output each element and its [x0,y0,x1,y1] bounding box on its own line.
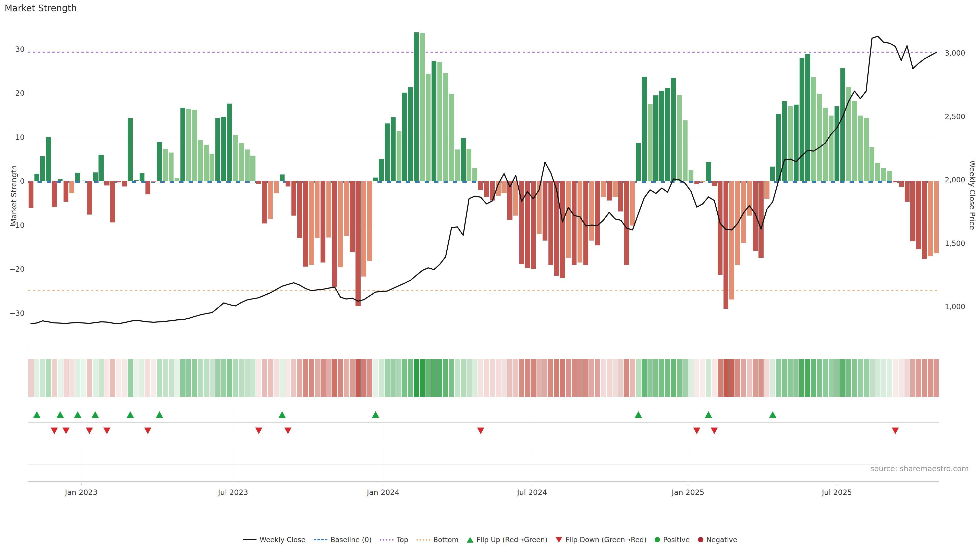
legend-item-weekly-close[interactable]: Weekly Close [243,536,305,544]
heatmap-cell [192,359,197,397]
heatmap-cell [280,359,285,397]
flip-down-marker [892,427,899,434]
heatmap-cell [531,359,536,397]
strength-bar [794,105,799,181]
heatmap-cell [735,359,740,397]
strength-bar [110,181,115,222]
strength-bar [922,181,927,259]
strength-bar [829,116,834,181]
heatmap-cell [601,359,606,397]
heatmap-cell [210,359,215,397]
strength-bar [391,118,396,181]
heatmap-cell [525,359,530,397]
legend-item-baseline[interactable]: Baseline (0) [313,536,372,544]
heatmap-cell [52,359,57,397]
legend-item-negative[interactable]: Negative [698,536,737,544]
strength-bar [607,181,611,200]
heatmap-cell [618,359,624,397]
strength-bar [513,181,518,216]
heatmap-cell [99,359,103,397]
strength-bar [473,168,477,181]
heatmap-cell [478,359,483,397]
legend-item-positive[interactable]: Positive [655,536,690,544]
heatmap-cell [712,359,717,397]
heatmap-cell [390,359,396,397]
legend-item-bottom[interactable]: Bottom [417,536,458,544]
heatmap-cell [204,359,209,397]
heatmap-cell [437,359,442,397]
strength-bar [192,110,197,181]
flip-down-marker [103,427,110,434]
strength-bar [180,108,185,181]
heatmap-cell [934,359,939,397]
legend-item-flip-down[interactable]: Flip Down (Green→Red) [555,536,646,544]
strength-bar [501,181,506,193]
strength-bar [934,181,939,253]
bottom-panel: Jan 2023Jul 2023Jan 2024Jul 2024Jan 2025… [28,448,939,497]
strength-bar [204,144,208,181]
strength-bar [881,168,886,181]
strength-bar [636,143,641,181]
strength-bar [612,181,617,197]
strength-bar [215,118,220,181]
strength-bar [542,181,547,241]
flip-down-marker [144,427,151,434]
strength-bar [245,149,250,181]
strength-bar [431,61,436,181]
heatmap-cell [227,359,232,397]
legend-label: Top [396,536,408,544]
strength-bar [689,170,694,181]
source-attribution: source: sharemaestro.com [870,464,969,473]
baseline-swatch-icon [313,539,328,540]
heatmap-cell [104,359,110,397]
heatmap-cell [268,359,273,397]
weekly-close-swatch-icon [243,539,256,540]
heatmap-cell [116,359,121,397]
heatmap-cell [881,359,886,397]
heatmap-cell [759,359,764,397]
strength-bar [764,181,769,199]
negative-swatch-icon [698,537,703,542]
heatmap-cell [542,359,547,397]
heatmap-cell [788,359,793,397]
right-axis-tick-label: 1,000 [945,303,965,311]
heatmap-cell [589,359,594,397]
heatmap-cell [245,359,250,397]
heatmap-cell [490,359,495,397]
strength-bar [782,101,787,181]
strength-bar [677,95,682,181]
left-axis-tick-label: −10 [10,221,24,230]
heatmap-cell [899,359,904,397]
heatmap-cell [321,359,326,397]
flip-up-marker [635,411,642,418]
strength-bar [741,181,746,243]
legend-item-top[interactable]: Top [380,536,408,544]
heatmap-cell [221,359,226,397]
strength-bar [653,95,658,181]
strength-bar [566,181,571,258]
heatmap-cell [326,359,331,397]
heatmap-cell [449,359,454,397]
strength-bar [385,124,390,181]
heatmap-cell [110,359,115,397]
strength-bar [718,181,722,275]
heatmap-cell [338,359,343,397]
strength-bar [186,109,191,181]
strength-bar [303,181,308,267]
strength-bar [776,114,781,181]
strength-bar [864,118,869,181]
heatmap-cell [829,359,834,397]
strength-bar [426,74,431,181]
strength-bar [367,181,372,261]
heatmap-cell [40,359,45,397]
flip-up-marker [156,411,163,418]
heatmap-cell [904,359,910,397]
legend-label: Flip Down (Green→Red) [565,536,646,544]
heatmap-cell [548,359,553,397]
x-axis-tick-label: Jul 2024 [517,488,547,497]
heatmap-cell [466,359,472,397]
strength-bar [262,181,267,224]
legend-item-flip-up[interactable]: Flip Up (Red→Green) [467,536,548,544]
heatmap-cell [285,359,290,397]
heatmap-cell [34,359,39,397]
